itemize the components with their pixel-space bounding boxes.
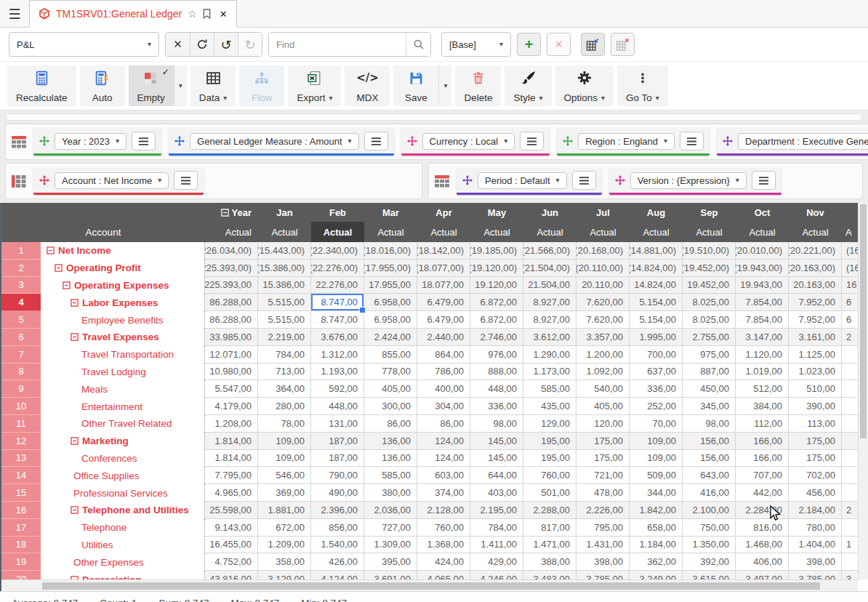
grid-cell[interactable]: (22.276,00): [311, 260, 364, 277]
grid-cell[interactable]: (21.566,00): [523, 242, 576, 260]
grid-cell[interactable]: 790,00: [311, 467, 364, 484]
row-number-12[interactable]: 12: [1, 433, 41, 450]
grid-cell[interactable]: 8.747,00: [311, 311, 364, 329]
column-subheader-oct[interactable]: Actual: [736, 222, 789, 242]
grid-cell[interactable]: 721,00: [576, 467, 630, 484]
grid-cell[interactable]: 2.440,00: [417, 329, 470, 346]
bookmark-icon[interactable]: [203, 9, 211, 19]
move-cross-icon[interactable]: [174, 136, 185, 146]
grid-cell[interactable]: (20.221,00): [789, 242, 842, 260]
account-cell-other-expenses[interactable]: Other Expenses: [41, 553, 205, 571]
favorite-star-icon[interactable]: ☆: [188, 8, 197, 20]
ribbon-flow-button[interactable]: Flow: [239, 65, 284, 106]
account-cell-telephone[interactable]: Telephone: [41, 519, 205, 537]
grid-cell[interactable]: 406,00: [736, 553, 789, 571]
grid-cell[interactable]: 398,00: [789, 553, 842, 571]
account-cell-travel-lodging[interactable]: Travel Lodging: [41, 364, 205, 381]
column-subheader-year[interactable]: Actual: [205, 222, 258, 242]
grid-cell[interactable]: 2: [842, 502, 858, 519]
grid-cell[interactable]: 166,00: [736, 450, 789, 467]
tab-close-icon[interactable]: ✕: [220, 9, 228, 20]
move-cross-icon[interactable]: [407, 136, 417, 146]
grid-cell[interactable]: 124,00: [417, 433, 470, 450]
grid-cell[interactable]: 6.872,00: [470, 311, 523, 329]
account-cell-labor-expenses[interactable]: Labor Expenses: [41, 294, 205, 311]
grid-cell[interactable]: 817,00: [523, 519, 576, 537]
subset-editor-button[interactable]: [174, 171, 198, 190]
row-number-15[interactable]: 15: [1, 484, 41, 502]
grid-cell[interactable]: 98,00: [683, 415, 736, 433]
grid-cell[interactable]: 86.288,00: [205, 294, 258, 311]
grid-cell[interactable]: 16.455,00: [205, 537, 258, 554]
grid-cell[interactable]: 658,00: [630, 519, 683, 537]
grid-cell[interactable]: 124,00: [417, 450, 470, 467]
grid-cell[interactable]: 8.927,00: [523, 311, 576, 329]
grid-cell[interactable]: 1.209,00: [258, 537, 311, 554]
column-subheader-jun[interactable]: Actual: [523, 222, 576, 242]
row-number-10[interactable]: 10: [1, 398, 41, 415]
grid-cell[interactable]: 501,00: [523, 484, 576, 502]
grid-cell[interactable]: 14.824,00: [630, 277, 683, 294]
column-header-mar[interactable]: Mar: [364, 203, 417, 222]
grid-cell[interactable]: (19.510,00): [683, 242, 736, 260]
row-number-19[interactable]: 19: [1, 553, 41, 571]
grid-cell[interactable]: 364,00: [258, 380, 311, 398]
grid-cell[interactable]: 17.955,00: [364, 277, 417, 294]
grid-cell[interactable]: 195,00: [523, 433, 576, 450]
grid-cell[interactable]: 3.357,00: [576, 329, 630, 346]
row-number-8[interactable]: 8: [1, 364, 41, 381]
grid-cell[interactable]: 795,00: [576, 519, 630, 537]
ribbon-options-button[interactable]: Options▾: [555, 65, 614, 106]
grid-cell[interactable]: 2.288,00: [523, 502, 576, 519]
grid-cell[interactable]: 1.193,00: [311, 364, 364, 381]
grid-cell[interactable]: 9.143,00: [205, 519, 258, 537]
grid-cell[interactable]: 8.025,00: [683, 294, 736, 311]
grid-cell[interactable]: 7.620,00: [576, 294, 630, 311]
grid-cell[interactable]: 424,00: [417, 553, 470, 571]
grid-cell[interactable]: 1.125,00: [789, 346, 842, 364]
ribbon-empty-button[interactable]: ✓Empty: [129, 65, 174, 106]
grid-cell[interactable]: [842, 484, 858, 502]
grid-cell[interactable]: 25.598,00: [205, 502, 258, 519]
grid-cell[interactable]: 760,00: [523, 467, 576, 484]
move-cross-icon[interactable]: [563, 136, 573, 146]
column-header-partial[interactable]: [842, 203, 858, 222]
grid-cell[interactable]: (19.185,00): [470, 242, 523, 260]
grid-cell[interactable]: 405,00: [364, 380, 417, 398]
grid-cell[interactable]: 672,00: [258, 519, 311, 537]
dimension-selector[interactable]: General Ledger Measure : Amount▾: [190, 133, 358, 150]
grid-cell[interactable]: 1.208,00: [205, 415, 258, 433]
grid-cell[interactable]: [842, 433, 858, 450]
account-cell-travel-transportation[interactable]: Travel Transportation: [41, 346, 205, 364]
column-header-oct[interactable]: Oct: [736, 203, 789, 222]
grid-cell[interactable]: 5.154,00: [630, 294, 683, 311]
grid-cell[interactable]: 1.312,00: [311, 346, 364, 364]
account-cell-entertainment[interactable]: Entertainment: [41, 398, 205, 415]
grid-cell[interactable]: 1.468,00: [736, 537, 789, 554]
horizontal-scrollbar-thumb[interactable]: [42, 582, 820, 590]
subset-selector[interactable]: [Base] ▾: [441, 32, 511, 57]
grid-cell[interactable]: (21.504,00): [523, 260, 576, 277]
account-cell-operating-expenses[interactable]: Operating Expenses: [41, 277, 205, 294]
grid-cell[interactable]: 2.100,00: [683, 502, 736, 519]
ribbon-save-dropdown[interactable]: ▾: [438, 65, 451, 106]
vertical-scrollbar-thumb[interactable]: [860, 204, 867, 438]
grid-cell[interactable]: (20.010,00): [736, 242, 789, 260]
grid-cell[interactable]: (19.943,00): [736, 260, 789, 277]
grid-cell[interactable]: 280,00: [258, 398, 311, 415]
grid-cell[interactable]: 392,00: [683, 553, 736, 571]
grid-cell[interactable]: 398,00: [576, 553, 630, 571]
grid-cell[interactable]: 760,00: [417, 519, 470, 537]
collapse-icon[interactable]: [71, 299, 79, 307]
grid-cell[interactable]: 864,00: [417, 346, 470, 364]
account-cell-marketing[interactable]: Marketing: [41, 433, 205, 450]
subset-editor-button[interactable]: [572, 171, 596, 190]
grid-cell[interactable]: 400,00: [417, 380, 470, 398]
grid-cell[interactable]: 1: [842, 537, 858, 554]
view-selector[interactable]: P&L ▾: [9, 32, 159, 57]
grid-cell[interactable]: (22.340,00): [311, 242, 364, 260]
grid-cell[interactable]: 300,00: [364, 398, 417, 415]
grid-cell[interactable]: (14.881,00): [630, 242, 683, 260]
grid-cell[interactable]: (14.824,00): [630, 260, 683, 277]
grid-cell[interactable]: 16: [842, 277, 858, 294]
